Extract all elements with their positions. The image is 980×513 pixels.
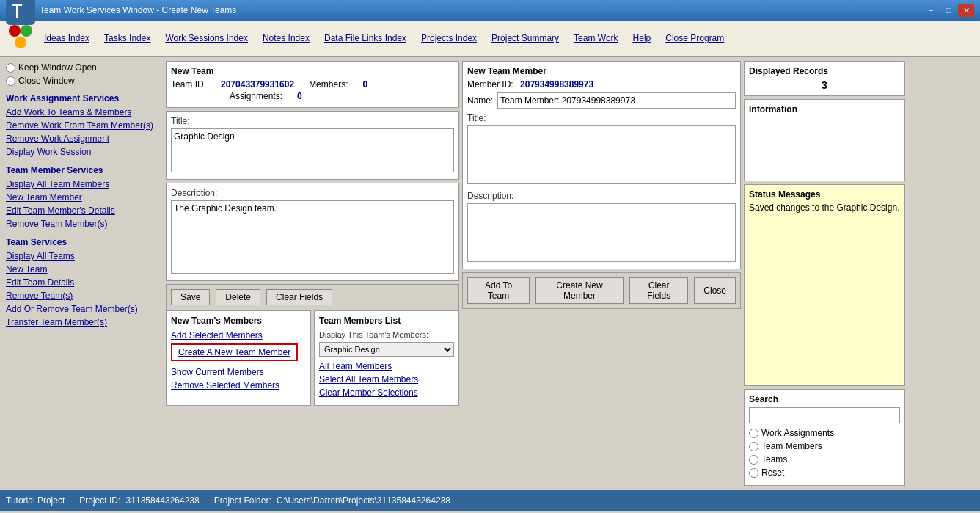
svg-point-2	[9, 25, 21, 37]
team-members-list-header: Team Members List	[319, 316, 454, 326]
sidebar-link-new-team[interactable]: New Team	[6, 263, 155, 275]
new-team-button-row: Save Delete Clear Fields	[166, 284, 459, 310]
new-team-members-panel: New Team's Members Add Selected Members …	[166, 310, 311, 406]
create-new-team-member-button[interactable]: Create A New Team Member	[171, 343, 298, 361]
sidebar-link-display-all-teams[interactable]: Display All Teams	[6, 250, 155, 262]
sidebar-link-edit-member-details[interactable]: Edit Team Member's Details	[6, 205, 155, 217]
member-clear-fields-button[interactable]: Clear Fields	[629, 277, 688, 304]
delete-button[interactable]: Delete	[216, 289, 260, 305]
search-team-members-radio[interactable]: Team Members	[749, 441, 900, 451]
member-id-label: Member ID:	[467, 79, 513, 90]
select-all-team-members-link[interactable]: Select All Team Members	[319, 374, 454, 385]
clear-member-selections-link[interactable]: Clear Member Selections	[319, 388, 454, 398]
svg-text:T: T	[12, 1, 23, 21]
close-window-radio[interactable]: Close Window	[6, 76, 155, 86]
sidebar-link-edit-team-details[interactable]: Edit Team Details	[6, 277, 155, 288]
new-team-member-section: New Team Member Member ID: 2079349983899…	[462, 61, 741, 486]
search-work-assignments-radio[interactable]: Work Assignments	[749, 428, 900, 438]
menu-data-file-links-index[interactable]: Data File Links Index	[318, 32, 412, 45]
menu-project-summary[interactable]: Project Summary	[486, 32, 565, 45]
create-new-member-button[interactable]: Create New Member	[535, 277, 624, 304]
member-description-input[interactable]	[467, 203, 736, 262]
app-icon: T	[6, 0, 35, 25]
close-member-button[interactable]: Close	[694, 277, 736, 304]
content-area: New Team Team ID: 207043379931602 Member…	[161, 57, 980, 490]
sidebar-link-display-work-session[interactable]: Display Work Session	[6, 146, 155, 158]
status-project-folder: Project Folder: C:\Users\Darren\Projects…	[214, 495, 450, 506]
sidebar-link-new-team-member[interactable]: New Team Member	[6, 192, 155, 203]
svg-point-4	[15, 37, 26, 48]
main-layout: Keep Window Open Close Window Work Assig…	[0, 57, 980, 490]
clear-fields-button[interactable]: Clear Fields	[266, 289, 332, 305]
menu-work-sessions-index[interactable]: Work Sessions Index	[159, 32, 254, 45]
sidebar-link-remove-members[interactable]: Remove Team Member(s)	[6, 218, 155, 230]
svg-point-3	[21, 25, 32, 37]
description-label: Description:	[171, 188, 454, 198]
sidebar-link-remove-team[interactable]: Remove Team(s)	[6, 290, 155, 302]
menu-notes-index[interactable]: Notes Index	[257, 32, 315, 45]
menu-ideas-index[interactable]: Ideas Index	[38, 32, 95, 45]
new-member-info-panel: New Team Member Member ID: 2079349983899…	[462, 61, 741, 269]
window-title: Team Work Services Window - Create New T…	[40, 5, 236, 15]
member-name-input[interactable]	[497, 92, 736, 109]
new-team-info-panel: New Team Team ID: 207043379931602 Member…	[166, 61, 459, 108]
sidebar-link-display-all-members[interactable]: Display All Team Members	[6, 178, 155, 190]
add-to-team-button[interactable]: Add To Team	[467, 277, 530, 304]
information-panel: Information	[744, 99, 905, 181]
sidebar-link-add-work[interactable]: Add Work To Teams & Members	[6, 106, 155, 118]
status-messages-panel: Status Messages Saved changes to the Gra…	[744, 184, 905, 386]
member-title-input[interactable]	[467, 125, 736, 184]
close-button[interactable]: ✕	[958, 4, 974, 17]
members-label: Members:	[309, 79, 348, 90]
information-title: Information	[749, 104, 900, 114]
add-selected-members-link[interactable]: Add Selected Members	[171, 330, 306, 341]
status-project-id: Project ID: 311358443264238	[79, 495, 199, 506]
menu-team-work[interactable]: Team Work	[568, 32, 624, 45]
search-input[interactable]	[749, 407, 900, 423]
save-button[interactable]: Save	[171, 289, 210, 305]
search-title: Search	[749, 394, 900, 404]
menu-help[interactable]: Help	[627, 32, 657, 45]
title-label: Title:	[171, 116, 454, 126]
team-dropdown[interactable]: Graphic Design	[319, 342, 454, 357]
displayed-records-panel: Displayed Records 3	[744, 61, 905, 96]
menu-projects-index[interactable]: Projects Index	[415, 32, 483, 45]
displayed-records-title: Displayed Records	[749, 66, 900, 76]
name-label: Name:	[467, 95, 493, 106]
displayed-records-value: 3	[749, 79, 900, 91]
status-messages-title: Status Messages	[749, 189, 900, 200]
status-message-text: Saved changes to the Graphic Design.	[749, 203, 900, 213]
new-team-header: New Team	[171, 66, 454, 76]
search-teams-radio[interactable]: Teams	[749, 454, 900, 465]
sidebar-link-remove-work-member[interactable]: Remove Work From Team Member(s)	[6, 120, 155, 131]
description-input[interactable]	[171, 200, 454, 274]
status-project: Tutorial Project	[6, 495, 65, 506]
status-bar: Tutorial Project Project ID: 31135844326…	[0, 490, 980, 511]
team-members-list-panel: Team Members List Display This Team's Me…	[314, 310, 459, 406]
sidebar-link-add-remove-member[interactable]: Add Or Remove Team Member(s)	[6, 303, 155, 315]
restore-button[interactable]: □	[940, 4, 957, 17]
search-reset-radio[interactable]: Reset	[749, 467, 900, 478]
bottom-split: New Team's Members Add Selected Members …	[166, 310, 459, 406]
sidebar-link-remove-work-assignment[interactable]: Remove Work Assignment	[6, 133, 155, 145]
assignments-value: 0	[297, 91, 302, 101]
assignments-label: Assignments:	[230, 91, 282, 101]
menu-close-program[interactable]: Close Program	[659, 32, 730, 45]
title-bar: T Team Work Services Window - Create New…	[0, 0, 980, 21]
member-id-value: 207934998389973	[520, 79, 593, 90]
new-team-section: New Team Team ID: 207043379931602 Member…	[166, 61, 459, 486]
team-dropdown-row: Graphic Design	[319, 342, 454, 357]
title-input[interactable]	[171, 128, 454, 172]
show-current-members-link[interactable]: Show Current Members	[171, 367, 306, 377]
team-member-services-title: Team Member Services	[6, 165, 155, 175]
members-value: 0	[362, 79, 368, 90]
remove-selected-members-link[interactable]: Remove Selected Members	[171, 380, 306, 390]
team-id-label: Team ID:	[171, 79, 206, 90]
sidebar-link-transfer-member[interactable]: Transfer Team Member(s)	[6, 316, 155, 328]
display-label: Display This Team's Members:	[319, 330, 454, 339]
all-team-members-link[interactable]: All Team Members	[319, 361, 454, 371]
team-id-value: 207043379931602	[221, 79, 294, 90]
minimize-button[interactable]: −	[923, 4, 939, 17]
keep-window-open-radio[interactable]: Keep Window Open	[6, 62, 155, 73]
menu-tasks-index[interactable]: Tasks Index	[98, 32, 156, 45]
